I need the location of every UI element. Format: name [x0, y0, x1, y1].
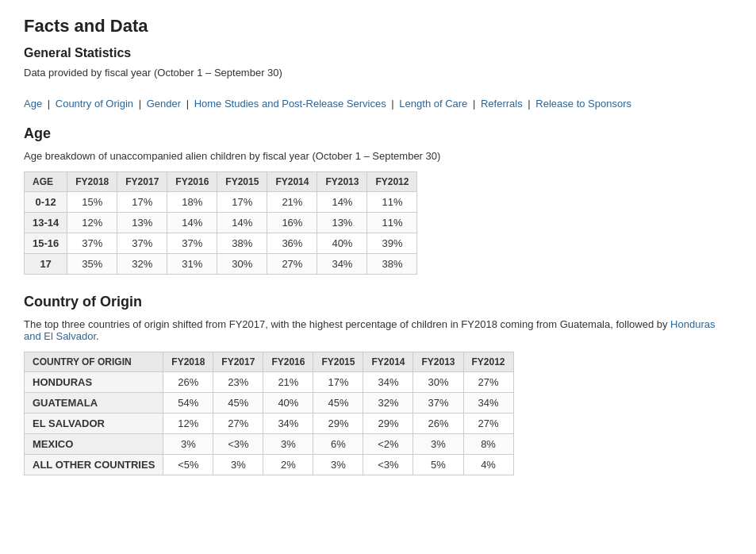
value-cell: 38%: [367, 254, 417, 275]
value-cell: 2%: [263, 455, 313, 475]
value-cell: 6%: [313, 434, 363, 455]
value-cell: 17%: [117, 192, 167, 213]
value-cell: 27%: [213, 414, 263, 434]
value-cell: 39%: [367, 233, 417, 254]
value-cell: 4%: [463, 455, 513, 475]
table-row: 1735%32%31%30%27%34%38%: [25, 254, 417, 275]
table-row: ALL OTHER COUNTRIES<5%3%2%3%<3%5%4%: [25, 455, 514, 475]
age-cell: 0-12: [25, 192, 67, 213]
value-cell: <5%: [163, 455, 213, 475]
nav-link-home-studies[interactable]: Home Studies and Post-Release Services: [194, 98, 386, 110]
nav-link-length[interactable]: Length of Care: [399, 98, 467, 110]
value-cell: 45%: [213, 393, 263, 414]
value-cell: 37%: [167, 233, 217, 254]
value-cell: 3%: [413, 434, 463, 455]
value-cell: 37%: [117, 233, 167, 254]
value-cell: 3%: [213, 455, 263, 475]
value-cell: 37%: [67, 233, 117, 254]
country-col-fy2015: FY2015: [313, 352, 363, 372]
age-heading: Age: [24, 125, 732, 142]
value-cell: 17%: [217, 192, 267, 213]
value-cell: 34%: [363, 372, 413, 393]
nav-separator-3: |: [186, 98, 192, 110]
value-cell: 27%: [463, 414, 513, 434]
country-heading: Country of Origin: [24, 294, 732, 310]
table-row: GUATEMALA54%45%40%45%32%37%34%: [25, 393, 514, 414]
age-section: Age Age breakdown of unaccompanied alien…: [24, 125, 732, 275]
country-cell: GUATEMALA: [25, 393, 163, 414]
age-col-fy2018: FY2018: [67, 172, 117, 192]
value-cell: 21%: [267, 192, 317, 213]
value-cell: <3%: [363, 455, 413, 475]
value-cell: 27%: [463, 372, 513, 393]
nav-separator-4: |: [391, 98, 397, 110]
value-cell: 8%: [463, 434, 513, 455]
age-table: AGE FY2018 FY2017 FY2016 FY2015 FY2014 F…: [24, 171, 417, 275]
value-cell: 29%: [363, 414, 413, 434]
value-cell: 3%: [163, 434, 213, 455]
country-col-fy2013: FY2013: [413, 352, 463, 372]
value-cell: 13%: [317, 213, 367, 233]
value-cell: 17%: [313, 372, 363, 393]
nav-link-age[interactable]: Age: [24, 98, 42, 110]
value-cell: 38%: [217, 233, 267, 254]
value-cell: 11%: [367, 192, 417, 213]
value-cell: <3%: [213, 434, 263, 455]
value-cell: 26%: [163, 372, 213, 393]
value-cell: 32%: [363, 393, 413, 414]
value-cell: 21%: [263, 372, 313, 393]
country-col-fy2016: FY2016: [263, 352, 313, 372]
value-cell: 12%: [67, 213, 117, 233]
age-col-fy2014: FY2014: [267, 172, 317, 192]
value-cell: 14%: [317, 192, 367, 213]
value-cell: 34%: [263, 414, 313, 434]
value-cell: 40%: [263, 393, 313, 414]
age-cell: 13-14: [25, 213, 67, 233]
nav-link-release[interactable]: Release to Sponsors: [535, 98, 631, 110]
value-cell: 15%: [67, 192, 117, 213]
value-cell: 31%: [167, 254, 217, 275]
value-cell: 12%: [163, 414, 213, 434]
age-col-fy2012: FY2012: [367, 172, 417, 192]
value-cell: 45%: [313, 393, 363, 414]
country-desc-part2: .: [96, 330, 99, 342]
value-cell: 36%: [267, 233, 317, 254]
age-col-age: AGE: [25, 172, 67, 192]
page-title: Facts and Data: [24, 16, 732, 37]
age-col-fy2016: FY2016: [167, 172, 217, 192]
nav-link-country[interactable]: Country of Origin: [56, 98, 133, 110]
table-row: MEXICO3%<3%3%6%<2%3%8%: [25, 434, 514, 455]
value-cell: 54%: [163, 393, 213, 414]
country-cell: MEXICO: [25, 434, 163, 455]
country-col-fy2012: FY2012: [463, 352, 513, 372]
nav-separator-1: |: [48, 98, 53, 110]
value-cell: 29%: [313, 414, 363, 434]
nav-link-gender[interactable]: Gender: [147, 98, 181, 110]
value-cell: 30%: [413, 372, 463, 393]
age-cell: 15-16: [25, 233, 67, 254]
nav-link-referrals[interactable]: Referrals: [481, 98, 523, 110]
value-cell: <2%: [363, 434, 413, 455]
general-stats-section: General Statistics Data provided by fisc…: [24, 46, 732, 79]
table-row: HONDURAS26%23%21%17%34%30%27%: [25, 372, 514, 393]
nav-separator-2: |: [139, 98, 144, 110]
nav-links: Age | Country of Origin | Gender | Home …: [24, 98, 732, 110]
value-cell: 30%: [217, 254, 267, 275]
age-col-fy2013: FY2013: [317, 172, 367, 192]
value-cell: 14%: [167, 213, 217, 233]
country-cell: EL SALVADOR: [25, 414, 163, 434]
value-cell: 14%: [217, 213, 267, 233]
country-table-header-row: COUNTRY OF ORIGIN FY2018 FY2017 FY2016 F…: [25, 352, 514, 372]
country-description: The top three countries of origin shifte…: [24, 318, 732, 342]
country-desc-part1: The top three countries of origin shifte…: [24, 318, 670, 330]
age-cell: 17: [25, 254, 67, 275]
table-row: EL SALVADOR12%27%34%29%29%26%27%: [25, 414, 514, 434]
fiscal-year-note: Data provided by fiscal year (October 1 …: [24, 67, 732, 79]
value-cell: 16%: [267, 213, 317, 233]
nav-separator-6: |: [528, 98, 533, 110]
age-col-fy2017: FY2017: [117, 172, 167, 192]
value-cell: 40%: [317, 233, 367, 254]
table-row: 15-1637%37%37%38%36%40%39%: [25, 233, 417, 254]
value-cell: 34%: [317, 254, 367, 275]
value-cell: 3%: [313, 455, 363, 475]
